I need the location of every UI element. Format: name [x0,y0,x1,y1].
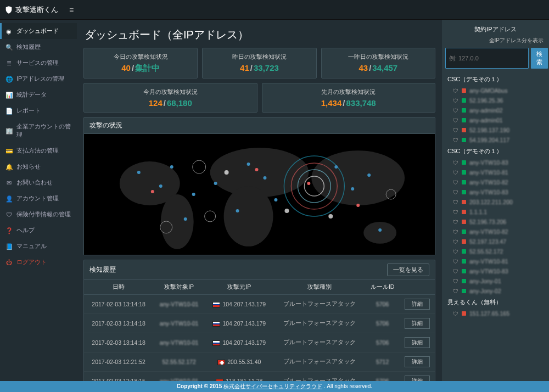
ip-node[interactable]: 🛡 any-VTW10-82 [445,177,546,187]
svg-point-4 [311,150,405,205]
topbar: 攻撃遮断くん ≡ [0,0,549,20]
log-dt: 2017-02-03 13:14:18 [84,314,153,333]
ip-node[interactable]: 🛡 any-Jony-02 [445,286,546,296]
detail-button[interactable]: 詳細 [405,356,430,367]
sidebar-item-label: レポート [16,107,41,115]
svg-point-14 [247,163,250,166]
sidebar-item-9[interactable]: ✉お問い合わせ [0,175,77,191]
ip-search-button[interactable]: 検索 [531,48,548,69]
ip-group-head-2[interactable]: 見えるくん（無料） [445,296,546,309]
user-icon: 👤 [5,195,12,202]
top-stat-1: 昨日の攻撃検知状況 41/33,723 [202,48,316,79]
detail-button[interactable]: 詳細 [405,318,430,329]
ip-node[interactable]: 🛡 any-VTW10-81 [445,167,546,177]
sidebar-item-4[interactable]: 📊統計データ [0,87,77,103]
log-type: ブルートフォースアタック [273,295,365,314]
ip-node[interactable]: 🛡 203.122.211.200 [445,197,546,207]
status-dot-icon [462,200,466,204]
sidebar-item-10[interactable]: 👤アカウント管理 [0,191,77,206]
app-name: 攻撃遮断くん [15,5,58,15]
svg-point-1 [161,194,194,249]
ip-node[interactable]: 🛡 any-admin02 [445,105,546,115]
ip-node[interactable]: 🛡 any-VTW10-81 [445,256,546,266]
ip-node[interactable]: 🛡 52.196.73.206 [445,217,546,227]
ip-node[interactable]: 🛡 151.127.65.165 [445,309,546,318]
sidebar-item-6[interactable]: 🏢企業アカウントの管理 [0,119,77,143]
stats-row-top: 今日の攻撃検知状況 40/集計中 昨日の攻撃検知状況 41/33,723 一昨日… [83,48,435,79]
shield-icon: 🛡 [5,211,12,218]
help-icon: ❓ [5,227,12,234]
ip-node-label: any-admin01 [469,117,503,124]
sidebar-item-3[interactable]: 🌐IPアドレスの管理 [0,71,77,87]
ip-node[interactable]: 🛡 any-VTW10-82 [445,227,546,237]
detail-button[interactable]: 詳細 [405,299,430,310]
sidebar-item-12[interactable]: ❓ヘルプ [0,222,77,238]
sidebar-item-label: サービスの管理 [16,59,59,67]
shield-icon: 🛡 [453,189,458,195]
ip-group-head-0[interactable]: CSC（デモその１） [445,73,546,86]
ip-node[interactable]: 🛡 52.198.137.190 [445,125,546,135]
ip-node-label: any-VTW10-83 [469,159,508,166]
page-title: ダッシュボード（全IPアドレス） [85,27,435,42]
ip-node[interactable]: 🛡 any-admin01 [445,115,546,125]
stat-value: 124/68,180 [86,98,255,108]
shield-icon: 🛡 [453,98,458,104]
sidebar-item-7[interactable]: 💳支払方法の管理 [0,143,77,159]
sidebar-item-13[interactable]: 📘マニュアル [0,238,77,254]
menu-toggle-icon[interactable]: ≡ [69,5,74,14]
ip-node[interactable]: 🛡 54.199.204.117 [445,135,546,145]
stat-title: 今月の攻撃検知状況 [86,88,255,96]
ip-node[interactable]: 🛡 1.1.1.1 [445,207,546,217]
ip-node[interactable]: 🛡 any-Jony-01 [445,276,546,286]
sidebar-item-1[interactable]: 🔍検知履歴 [0,39,77,55]
log-target: any-VTW10-01 [153,314,205,333]
right-column: 契約IPアドレス 全IPアドレス分を表示 検索 CSC（デモその１） 🛡 any… [442,20,549,392]
sidebar-item-label: 保険付帯情報の管理 [16,210,71,219]
ip-node[interactable]: 🛡 any-VTW10-83 [445,266,546,276]
detail-button[interactable]: 詳細 [405,337,430,348]
ip-node[interactable]: 🛡 any-VTW10-83 [445,158,546,167]
log-col: 攻撃種別 [273,280,365,295]
attack-map[interactable] [84,134,435,255]
shield-icon: 🛡 [453,160,458,166]
sidebar-item-14[interactable]: ⏻ログアウト [0,254,77,270]
log-panel: 検知履歴 一覧を見る 日時攻撃対象IP攻撃元IP攻撃種別ルールID 2017-0… [83,260,435,391]
sidebar-item-label: 検知履歴 [16,43,41,51]
svg-point-18 [334,165,338,169]
status-dot-icon [462,88,466,93]
ip-node-label: any-VTW10-82 [469,179,508,186]
main-content: ダッシュボード（全IPアドレス） 今日の攻撃検知状況 40/集計中 昨日の攻撃検… [77,20,442,392]
ip-node[interactable]: 🛡 52.196.25.36 [445,96,546,105]
ip-node[interactable]: 🛡 any-VTW10-83 [445,187,546,197]
dashboard-icon: ◉ [5,28,12,35]
ip-node[interactable]: 🛡 any-GMOAbus [445,86,546,96]
ip-node-label: any-VTW10-81 [469,169,508,176]
sidebar: ◉ダッシュボード🔍検知履歴≣サービスの管理🌐IPアドレスの管理📊統計データ📄レポ… [0,20,77,392]
ip-search-input[interactable] [445,48,529,69]
shield-icon: 🛡 [453,219,458,225]
ip-node-label: any-VTW10-82 [469,228,508,235]
sidebar-item-8[interactable]: 🔔お知らせ [0,159,77,175]
svg-point-17 [236,209,239,212]
shield-icon: 🛡 [453,259,458,265]
stat-value: 41/33,723 [205,63,313,72]
shield-icon: 🛡 [453,170,458,176]
sidebar-item-5[interactable]: 📄レポート [0,103,77,119]
svg-point-29 [225,170,229,175]
show-all-link[interactable]: 全IPアドレス分を表示 [445,37,546,48]
ip-node[interactable]: 🛡 52.55.52.172 [445,247,546,256]
footer-company-link[interactable]: 株式会社サイバーセキュリティクラウド [223,383,322,389]
footer-rights: . All rights reserved. [324,383,372,389]
sidebar-item-0[interactable]: ◉ダッシュボード [0,23,77,39]
log-target: 52.55.52.172 [153,352,205,372]
ip-node[interactable]: 🛡 52.197.123.47 [445,237,546,247]
log-col: ルールID [366,280,400,295]
sidebar-item-label: お問い合わせ [16,178,53,187]
view-all-button[interactable]: 一覧を見る [387,264,429,276]
svg-point-11 [159,184,163,188]
sidebar-item-11[interactable]: 🛡保険付帯情報の管理 [0,206,77,222]
log-type: ブルートフォースアタック [273,314,365,333]
sidebar-item-2[interactable]: ≣サービスの管理 [0,55,77,71]
log-col: 攻撃対象IP [153,280,205,295]
ip-group-head-1[interactable]: CSC（デモその１） [445,145,546,158]
